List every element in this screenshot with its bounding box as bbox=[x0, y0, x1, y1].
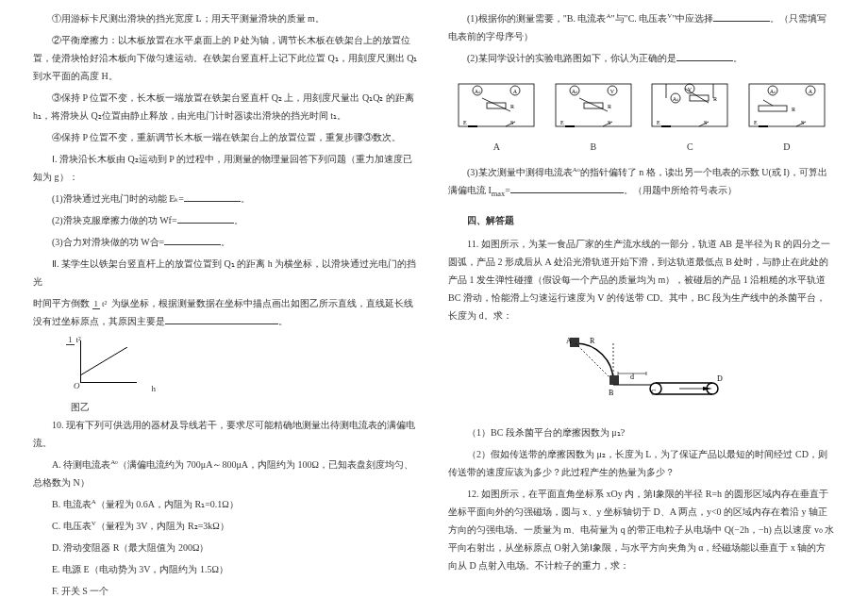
step-1: ①用游标卡尺测出滑块的挡光宽度 L；用天平测量滑块的质量 m。 bbox=[33, 9, 420, 27]
circuit-diagrams: A₀ A R E S A A₀ V R E S bbox=[448, 75, 835, 156]
circuit-d-icon: A₀ A R E S bbox=[744, 75, 829, 136]
item-c: C. 电压表V（量程为 3V，内阻为 R₂=3kΩ） bbox=[33, 517, 420, 535]
left-column: ①用游标卡尺测出滑块的挡光宽度 L；用天平测量滑块的质量 m。 ②平衡摩擦力：以… bbox=[19, 9, 434, 605]
item-f: F. 开关 S 一个 bbox=[33, 582, 420, 600]
x-axis-label: h bbox=[152, 381, 157, 397]
part-2-a: Ⅱ. 某学生以铁架台竖直杆上的放置位置到 Q₁ 的距离 h 为横坐标，以滑块通过… bbox=[33, 255, 420, 290]
svg-line-46 bbox=[763, 100, 773, 106]
svg-text:V: V bbox=[610, 89, 615, 94]
svg-text:A₀: A₀ bbox=[572, 89, 578, 94]
svg-text:R: R bbox=[792, 107, 795, 112]
svg-line-20 bbox=[579, 98, 608, 111]
svg-text:E: E bbox=[560, 120, 564, 125]
svg-rect-1 bbox=[459, 84, 534, 126]
svg-marker-69 bbox=[703, 387, 712, 390]
svg-text:A₀: A₀ bbox=[673, 96, 679, 102]
blank-whe bbox=[164, 234, 221, 245]
svg-text:R: R bbox=[510, 104, 514, 109]
graph-yi: 1t² h O bbox=[71, 336, 146, 392]
svg-text:R: R bbox=[713, 96, 717, 102]
step-4: ④保持 P 位置不变，重新调节长木板一端在铁架台上的放置位置，重复步骤③数次。 bbox=[33, 128, 420, 146]
graph-line-icon bbox=[80, 347, 127, 375]
circuit-d: A₀ A R E S D bbox=[744, 75, 829, 156]
question-3: (3)合力对滑块做的功 W合=。 bbox=[33, 233, 420, 251]
graph-caption: 图乙 bbox=[71, 398, 420, 416]
svg-rect-44 bbox=[759, 106, 787, 111]
question-11: 11. 如图所示，为某一食品厂家的生产流水线的一部分，轨道 AB 是半径为 R … bbox=[448, 235, 835, 324]
svg-text:R: R bbox=[590, 337, 595, 345]
question-12: 12. 如图所示，在平面直角坐标系 xOy 内，第Ⅰ象限的半径 R=h 的圆形区… bbox=[448, 485, 835, 574]
conveyor-icon: A R B C d D bbox=[557, 334, 726, 414]
svg-text:E: E bbox=[657, 120, 660, 125]
blank-circuit bbox=[676, 50, 733, 61]
circuit-b: A₀ V R E S B bbox=[551, 75, 636, 156]
blank-wf bbox=[177, 212, 234, 224]
svg-line-0 bbox=[80, 347, 127, 375]
item-e: E. 电源 E（电动势为 3V，内阻约为 1.5Ω） bbox=[33, 560, 420, 578]
svg-rect-56 bbox=[609, 375, 619, 385]
svg-rect-39 bbox=[749, 84, 825, 126]
svg-text:D: D bbox=[717, 374, 723, 383]
meter-a0-icon-2: A₀ bbox=[573, 166, 580, 174]
question-1: (1)滑块通过光电门时的动能 Eₖ=。 bbox=[33, 190, 420, 207]
svg-rect-13 bbox=[556, 84, 631, 126]
blank-ek bbox=[184, 191, 241, 202]
circuit-a: A₀ A R E S A bbox=[454, 75, 539, 156]
svg-text:A: A bbox=[513, 89, 518, 94]
sub-q3: (3)某次测量中测得电流表A₀的指针偏转了 n 格，读出另一个电表的示数 U(或… bbox=[448, 163, 835, 202]
svg-text:A₀: A₀ bbox=[475, 89, 481, 94]
right-column: (1)根据你的测量需要，"B. 电流表A"与"C. 电压表V"中应选择。（只需填… bbox=[434, 9, 849, 605]
part-2-b: 时间平方倒数 1t² 为纵坐标，根据测量数据在坐标中描点画出如图乙所示直线，直线… bbox=[33, 294, 420, 330]
svg-line-54 bbox=[576, 343, 611, 379]
question-10: 10. 现有下列可供选用的器材及导线若干，要求尽可能精确地测量出待测电流表的满偏… bbox=[33, 416, 420, 452]
svg-text:d: d bbox=[630, 373, 634, 381]
blank-reason bbox=[165, 313, 278, 324]
section-4-title: 四、解答题 bbox=[448, 211, 835, 229]
svg-text:A₀: A₀ bbox=[770, 89, 776, 94]
question-2: (2)滑块克服摩擦力做的功 Wf=。 bbox=[33, 211, 420, 229]
step-2: ②平衡摩擦力：以木板放置在水平桌面上的 P 处为轴，调节长木板在铁架台上的放置位… bbox=[33, 31, 420, 85]
blank-imax bbox=[510, 182, 624, 193]
question-11-1: （1）BC 段杀菌平台的摩擦因数为 μ₁? bbox=[448, 423, 835, 441]
svg-text:E: E bbox=[754, 120, 758, 125]
circuit-c: V A₀ R E S C bbox=[647, 75, 732, 156]
origin-label: O bbox=[74, 378, 80, 394]
y-axis-label: 1t² bbox=[66, 331, 83, 347]
svg-text:A: A bbox=[809, 89, 813, 94]
item-b: B. 电流表A（量程为 0.6A，内阻为 R₁=0.1Ω） bbox=[33, 495, 420, 513]
svg-text:E: E bbox=[463, 120, 467, 125]
part-1-intro: Ⅰ. 滑块沿长木板由 Q₂运动到 P 的过程中，用测量的物理量回答下列问题（重力… bbox=[33, 150, 420, 186]
item-d: D. 滑动变阻器 R（最大阻值为 200Ω） bbox=[33, 539, 420, 556]
svg-text:B: B bbox=[609, 389, 613, 397]
conveyor-diagram: A R B C d D bbox=[557, 334, 726, 414]
fraction-icon: 1t² bbox=[92, 296, 109, 312]
circuit-a-icon: A₀ A R E S bbox=[454, 75, 539, 136]
question-11-2: （2）假如传送带的摩擦因数为 μ₂，长度为 L，为了保证产品以最短的时间经过 C… bbox=[448, 445, 835, 481]
svg-text:R: R bbox=[608, 104, 611, 109]
sub-q2: (2)某同学设计的实验电路图如下，你认为正确的是。 bbox=[448, 49, 835, 67]
circuit-b-icon: A₀ V R E S bbox=[551, 75, 636, 136]
item-a: A. 待测电流表A₀（满偏电流约为 700μA～800μA，内阻约为 100Ω，… bbox=[33, 456, 420, 491]
step-3: ③保持 P 位置不变，长木板一端放置在铁架台竖直杆 Q₂ 上，用刻度尺量出 Q₁… bbox=[33, 89, 420, 124]
circuit-c-icon: V A₀ R E S bbox=[647, 75, 732, 136]
sub-q1: (1)根据你的测量需要，"B. 电流表A"与"C. 电压表V"中应选择。（只需填… bbox=[448, 9, 835, 45]
svg-text:A: A bbox=[566, 337, 572, 345]
svg-rect-32 bbox=[690, 95, 709, 101]
svg-line-8 bbox=[482, 98, 510, 111]
blank-choice bbox=[713, 10, 770, 22]
